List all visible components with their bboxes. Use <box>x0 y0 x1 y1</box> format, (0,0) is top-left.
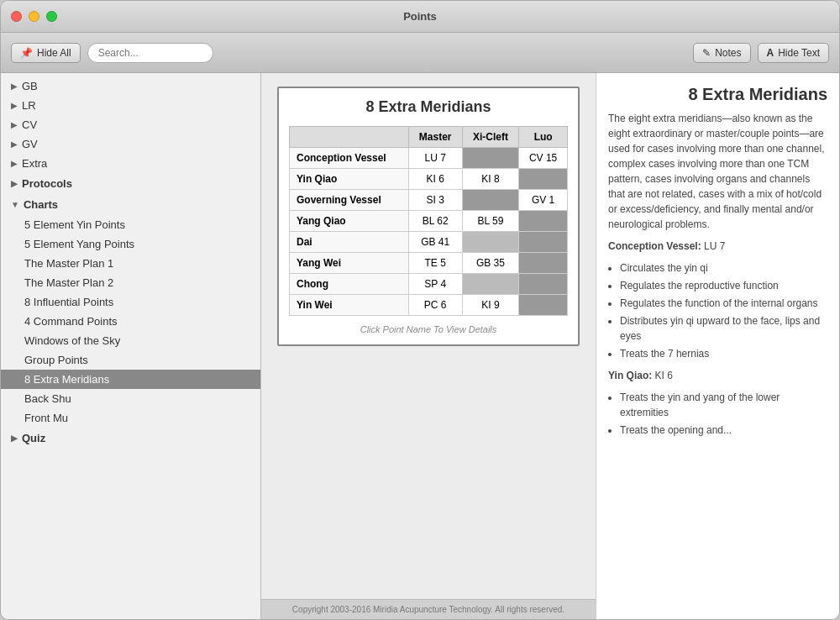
list-item: Distributes yin qi upward to the face, l… <box>620 313 827 344</box>
row-name[interactable]: Conception Vessel <box>290 148 409 169</box>
yq-point[interactable]: KI 6 <box>655 370 673 381</box>
center-panel: 8 Extra Meridians Master Xi-Cleft Luo <box>261 73 596 619</box>
sidebar-item-label: LR <box>22 99 36 112</box>
center-scroll: 8 Extra Meridians Master Xi-Cleft Luo <box>261 73 596 599</box>
arrow-icon: ▶ <box>11 101 18 110</box>
sidebar-item-quiz[interactable]: ▶ Quiz <box>1 428 260 449</box>
sidebar-item-label: Front Mu <box>24 412 68 424</box>
row-xicleft[interactable]: GB 35 <box>462 253 519 274</box>
sidebar-item-extra[interactable]: ▶ Extra <box>1 154 260 173</box>
maximize-button[interactable] <box>46 11 57 22</box>
table-row: Dai GB 41 <box>290 232 568 253</box>
yq-title: Yin Qiao: <box>608 370 655 381</box>
table-row: Yin Wei PC 6 KI 9 <box>290 295 568 316</box>
sidebar-item-master-plan-1[interactable]: The Master Plan 1 <box>1 254 260 273</box>
toolbar: 📌 Hide All ✎ Notes A Hide Text <box>1 33 839 73</box>
sidebar-item-windows-sky[interactable]: Windows of the Sky <box>1 331 260 350</box>
row-master[interactable]: PC 6 <box>408 295 462 316</box>
col-header-xicleft: Xi-Cleft <box>462 127 519 148</box>
table-row: Governing Vessel SI 3 GV 1 <box>290 190 568 211</box>
sidebar-item-back-shu[interactable]: Back Shu <box>1 389 260 408</box>
sidebar-item-8-extra[interactable]: 8 Extra Meridians <box>1 370 260 389</box>
arrow-icon: ▶ <box>11 120 18 129</box>
row-master[interactable]: TE 5 <box>408 253 462 274</box>
arrow-icon: ▼ <box>11 200 19 209</box>
hide-text-icon: A <box>767 47 774 59</box>
row-master[interactable]: LU 7 <box>408 148 462 169</box>
row-luo <box>519 211 568 232</box>
row-luo <box>519 253 568 274</box>
sidebar-item-label: 8 Influential Points <box>24 296 113 308</box>
row-luo[interactable]: GV 1 <box>519 190 568 211</box>
chart-title: 8 Extra Meridians <box>289 98 568 116</box>
row-name[interactable]: Dai <box>290 232 409 253</box>
toolbar-left: 📌 Hide All <box>11 43 686 63</box>
right-panel-body: The eight extra meridians—also known as … <box>608 111 827 438</box>
pin-icon: 📌 <box>20 47 33 59</box>
arrow-icon: ▶ <box>11 159 18 168</box>
row-luo <box>519 274 568 295</box>
row-master[interactable]: SP 4 <box>408 274 462 295</box>
row-luo <box>519 295 568 316</box>
minimize-button[interactable] <box>29 11 39 22</box>
row-name[interactable]: Governing Vessel <box>290 190 409 211</box>
toolbar-right: ✎ Notes A Hide Text <box>693 43 829 63</box>
sidebar-item-label: The Master Plan 2 <box>24 276 113 289</box>
hide-text-button[interactable]: A Hide Text <box>758 43 829 63</box>
sidebar-item-master-plan-2[interactable]: The Master Plan 2 <box>1 273 260 292</box>
sidebar-item-group-points[interactable]: Group Points <box>1 350 260 370</box>
notes-button[interactable]: ✎ Notes <box>693 43 750 63</box>
row-master[interactable]: BL 62 <box>408 211 462 232</box>
chart-container: 8 Extra Meridians Master Xi-Cleft Luo <box>277 87 580 346</box>
sidebar-item-label: The Master Plan 1 <box>24 257 113 270</box>
close-button[interactable] <box>11 11 22 22</box>
sidebar-item-front-mu[interactable]: Front Mu <box>1 408 260 428</box>
row-name[interactable]: Yang Qiao <box>290 211 409 232</box>
row-master[interactable]: SI 3 <box>408 190 462 211</box>
row-xicleft <box>462 232 519 253</box>
row-luo[interactable]: CV 15 <box>519 148 568 169</box>
list-item: Regulates the reproductive function <box>620 278 827 293</box>
list-item: Treats the opening and... <box>620 423 827 438</box>
list-item: Regulates the function of the internal o… <box>620 296 827 311</box>
table-row: Yang Qiao BL 62 BL 59 <box>290 211 568 232</box>
right-panel: 8 Extra Meridians The eight extra meridi… <box>596 73 839 619</box>
col-header-name <box>290 127 409 148</box>
sidebar-item-protocols[interactable]: ▶ Protocols <box>1 173 260 194</box>
sidebar-item-gb[interactable]: ▶ GB <box>1 76 260 96</box>
list-item: Treats the 7 hernias <box>620 346 827 361</box>
sidebar-item-lr[interactable]: ▶ LR <box>1 96 260 115</box>
hide-all-button[interactable]: 📌 Hide All <box>11 43 81 63</box>
row-master[interactable]: KI 6 <box>408 169 462 190</box>
sidebar-item-label: 5 Element Yang Points <box>24 238 134 250</box>
sidebar-item-label: 5 Element Yin Points <box>24 218 125 231</box>
row-xicleft[interactable]: BL 59 <box>462 211 519 232</box>
sidebar-item-charts[interactable]: ▼ Charts <box>1 194 260 215</box>
sidebar-item-gv[interactable]: ▶ GV <box>1 134 260 154</box>
search-input[interactable] <box>87 43 213 63</box>
hide-text-label: Hide Text <box>778 47 820 59</box>
chart-footer: Click Point Name To View Details <box>289 324 568 334</box>
app-window: Points 📌 Hide All ✎ Notes A Hide Text <box>0 0 840 620</box>
row-name[interactable]: Chong <box>290 274 409 295</box>
sidebar-item-5-element-yin[interactable]: 5 Element Yin Points <box>1 215 260 234</box>
sidebar-item-label: 8 Extra Meridians <box>24 373 109 386</box>
sidebar-item-label: 4 Command Points <box>24 315 118 328</box>
sidebar-item-4-command[interactable]: 4 Command Points <box>1 312 260 331</box>
row-name[interactable]: Yin Qiao <box>290 169 409 190</box>
sidebar-item-8-influential[interactable]: 8 Influential Points <box>1 292 260 312</box>
copyright-text: Copyright 2003-2016 Miridia Acupuncture … <box>261 599 596 619</box>
section-title-yq: Yin Qiao: KI 6 <box>608 368 827 383</box>
sidebar-item-5-element-yang[interactable]: 5 Element Yang Points <box>1 234 260 254</box>
row-name[interactable]: Yang Wei <box>290 253 409 274</box>
row-name[interactable]: Yin Wei <box>290 295 409 316</box>
chart-table: Master Xi-Cleft Luo Conception Vessel LU… <box>289 126 568 316</box>
row-xicleft[interactable]: KI 9 <box>462 295 519 316</box>
sidebar: ▶ GB ▶ LR ▶ CV ▶ GV ▶ Extra ▶ Protocols <box>1 73 261 619</box>
row-master[interactable]: GB 41 <box>408 232 462 253</box>
yq-bullets: Treats the yin and yang of the lower ext… <box>620 390 827 438</box>
sidebar-item-cv[interactable]: ▶ CV <box>1 115 260 134</box>
row-xicleft[interactable]: KI 8 <box>462 169 519 190</box>
sidebar-item-label: Windows of the Sky <box>24 334 120 347</box>
cv-point[interactable]: LU 7 <box>704 240 725 252</box>
